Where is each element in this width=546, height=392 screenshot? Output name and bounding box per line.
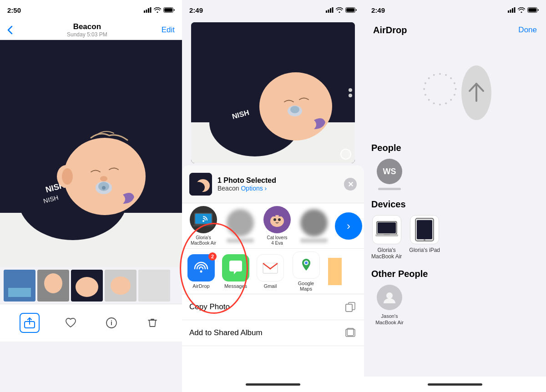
photo-select-indicator <box>340 149 351 160</box>
svg-rect-70 <box>514 7 516 13</box>
status-bar-2: 2:49 <box>182 0 364 20</box>
devices-list: Gloria'sMacBook Air Gloria's iPad <box>371 215 539 260</box>
battery-icon <box>163 7 175 13</box>
svg-rect-64 <box>346 304 352 312</box>
airdrop-badge: 2 <box>208 252 217 261</box>
people-list: WS <box>371 159 539 190</box>
battery-icon-2 <box>345 7 357 13</box>
jason-person[interactable]: Jason'sMacBook Air <box>371 285 408 326</box>
airdrop-app-button[interactable]: 2 AirDrop <box>187 254 215 289</box>
share-info: 1 Photo Selected Beacon Options › <box>217 176 276 192</box>
gmail-app-button[interactable]: Gmail <box>257 254 284 289</box>
thumbnail-4[interactable] <box>105 270 136 302</box>
status-icons-2 <box>326 7 357 13</box>
add-shared-album-action[interactable]: Add to Shared Album <box>182 320 364 346</box>
info-icon: i <box>106 317 117 329</box>
like-button[interactable] <box>61 313 81 333</box>
album-subtitle: Sunday 5:03 PM <box>67 31 107 38</box>
svg-point-43 <box>290 106 299 113</box>
other-people-section: Other People Jason'sMacBook Air <box>371 269 539 326</box>
svg-point-22 <box>44 273 62 293</box>
messages-app-button[interactable]: Messages <box>222 254 249 289</box>
person-icon <box>382 290 397 305</box>
svg-rect-72 <box>528 8 536 12</box>
person-ws[interactable]: WS <box>371 159 408 190</box>
svg-rect-27 <box>138 270 170 302</box>
delete-button[interactable] <box>142 313 162 333</box>
copy-photo-label: Copy Photo <box>189 302 344 312</box>
done-button[interactable]: Done <box>518 25 537 35</box>
contact-2[interactable] <box>227 209 254 243</box>
info-button[interactable]: i <box>101 313 121 333</box>
contact-share-row: Gloria'sMacBook Air <box>182 203 364 249</box>
airdrop-title: AirDrop <box>373 25 407 35</box>
svg-rect-5 <box>164 8 172 12</box>
nav-bar-1: Beacon Sunday 5:03 PM Edit <box>0 20 182 40</box>
back-chevron-icon <box>7 25 13 35</box>
edit-button[interactable]: Edit <box>162 25 175 35</box>
share-icon <box>24 317 35 329</box>
svg-rect-69 <box>512 8 513 13</box>
ipad-svg <box>415 218 434 241</box>
gloria-ipad-device-icon <box>410 215 439 244</box>
thumbnail-5[interactable] <box>138 270 170 302</box>
thumbnail-1[interactable] <box>4 270 35 302</box>
thumbnail-2[interactable] <box>37 270 69 302</box>
svg-point-80 <box>445 102 447 104</box>
blurred-label-4 <box>300 238 328 243</box>
more-contacts-button[interactable]: › <box>335 212 362 240</box>
more-apps-partial[interactable] <box>328 258 342 285</box>
gloria-macbook-device[interactable]: Gloria'sMacBook Air <box>371 215 402 260</box>
wifi-icon <box>154 7 161 13</box>
gloria-ipad-device-label: Gloria's iPad <box>409 247 440 253</box>
gmail-label: Gmail <box>264 283 277 289</box>
home-bar-2 <box>246 383 300 386</box>
share-options-link[interactable]: Options › <box>241 185 267 192</box>
panel1-photos: 2:50 Be <box>0 0 182 392</box>
svg-rect-20 <box>8 288 31 297</box>
side-dot-2 <box>349 94 352 97</box>
gloria-ipad-device[interactable]: Gloria's iPad <box>409 215 440 260</box>
svg-point-83 <box>428 99 430 101</box>
status-icons-3 <box>508 7 539 13</box>
macbook-svg <box>375 221 398 239</box>
thumb-img-1 <box>4 270 35 302</box>
album-title: Beacon <box>67 22 107 31</box>
share-thumb-img <box>189 173 212 196</box>
jason-avatar <box>377 285 402 310</box>
svg-rect-0 <box>144 10 145 13</box>
blurred-label-2 <box>227 238 254 243</box>
gloria-macbook-label: Gloria'sMacBook Air <box>187 235 219 246</box>
airdrop-recipient-gloria[interactable]: Gloria'sMacBook Air <box>187 206 219 246</box>
trash-icon <box>147 317 158 329</box>
devices-section: Devices Gloria'sMacBook Air <box>371 199 539 269</box>
svg-point-56 <box>278 218 281 221</box>
partial-app-icon <box>328 258 342 285</box>
svg-rect-68 <box>510 10 511 13</box>
svg-point-95 <box>424 239 425 241</box>
signal-icon-2 <box>326 7 334 13</box>
main-photo-view: NISH NISH <box>0 40 182 267</box>
people-section-title: People <box>371 143 539 153</box>
share-button[interactable] <box>20 313 40 333</box>
svg-rect-1 <box>146 10 147 13</box>
back-button[interactable] <box>7 25 13 35</box>
cat-lovers-label: Cat lovers4 Eva <box>261 235 293 246</box>
svg-rect-32 <box>328 10 329 13</box>
google-maps-icon <box>293 251 320 279</box>
thumbnail-3[interactable] <box>71 270 103 302</box>
more-icon: › <box>335 212 362 240</box>
svg-point-73 <box>439 73 441 75</box>
svg-point-88 <box>433 74 435 76</box>
svg-point-75 <box>450 77 452 79</box>
svg-rect-50 <box>193 225 214 226</box>
svg-point-16 <box>102 186 106 190</box>
contact-4[interactable] <box>300 209 328 243</box>
cat-lovers-group[interactable]: Cat lovers4 Eva <box>261 206 293 246</box>
share-preview: NISH <box>182 20 364 166</box>
action-list: Copy Photo Add to Shared Album <box>182 294 364 377</box>
close-button[interactable]: ✕ <box>344 178 357 191</box>
status-bar-3: 2:49 <box>364 0 546 20</box>
google-maps-button[interactable]: Google Maps <box>291 251 321 291</box>
copy-photo-action[interactable]: Copy Photo <box>182 294 364 320</box>
